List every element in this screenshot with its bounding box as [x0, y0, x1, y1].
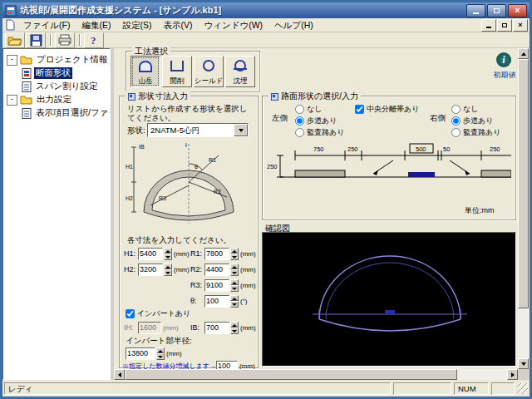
right-inspection-radio[interactable] [451, 128, 461, 137]
right-side-label: 右側 [430, 113, 446, 124]
tree-label[interactable]: 出力設定 [35, 94, 73, 106]
left-sidewalk-radio[interactable] [295, 116, 304, 126]
radio-label: 歩道あり [307, 116, 337, 126]
tree-label[interactable]: 表示項目選択/ファイル出力 [34, 107, 111, 119]
h1-spinner[interactable] [164, 248, 172, 260]
open-file-button[interactable] [5, 32, 25, 48]
ib-field: IB: (mm) [190, 321, 256, 334]
menu-file[interactable]: ファイル(F) [17, 18, 76, 32]
collapse-icon[interactable]: - [7, 55, 17, 66]
mdi-close-button[interactable]: × [513, 19, 528, 32]
help-button[interactable]: ? [84, 32, 104, 48]
svg-text:H2: H2 [126, 195, 133, 201]
print-button[interactable] [55, 32, 75, 48]
dim-unit: (mm) [240, 250, 256, 258]
vertical-scrollbar[interactable] [518, 48, 530, 369]
svg-text:H1: H1 [126, 164, 133, 170]
tree-label-selected[interactable]: 断面形状 [34, 67, 72, 79]
method-label: 開削 [170, 77, 185, 85]
tree-node-span-settings[interactable]: スパン割り設定 [22, 80, 99, 93]
collapse-icon[interactable]: - [7, 95, 17, 106]
right-sidewalk-row: 歩道あり [451, 116, 493, 126]
maximize-button[interactable] [487, 4, 506, 17]
menu-edit[interactable]: 編集(E) [76, 18, 116, 32]
h2-field: H2: (mm) [124, 263, 190, 276]
ib-spinner[interactable] [230, 322, 239, 334]
dim-unit: (mm) [240, 282, 256, 289]
resize-grip[interactable] [517, 383, 528, 394]
dims-instruction: 各寸法を入力してください。 [127, 235, 231, 244]
invert-radius-spinner[interactable] [156, 347, 165, 360]
scroll-down-icon[interactable] [518, 358, 529, 369]
r2-input[interactable] [204, 264, 229, 276]
method-mountain-button[interactable]: 山岳 [131, 56, 160, 87]
document-icon[interactable] [5, 19, 15, 31]
scroll-left-icon[interactable] [114, 369, 125, 380]
folder-icon [20, 55, 32, 65]
left-none-radio[interactable] [295, 105, 304, 114]
right-none-radio[interactable] [451, 105, 461, 114]
tree-node-display-items[interactable]: 表示項目選択/ファイル出力 [22, 106, 111, 120]
svg-text:R1: R1 [209, 157, 216, 163]
document-icon [22, 81, 32, 92]
toolbar-separator [79, 34, 81, 46]
menu-window[interactable]: ウィンドウ(W) [198, 18, 268, 32]
r1-input[interactable] [204, 248, 229, 260]
left-inspection-radio[interactable] [295, 128, 304, 137]
dim-label: IB: [190, 323, 204, 332]
vertical-scroll-thumb[interactable] [518, 59, 529, 308]
info-icon: i [502, 54, 505, 66]
tree-label[interactable]: プロジェクト情報 [35, 54, 109, 66]
invert-checkbox[interactable] [126, 309, 135, 318]
save-button[interactable] [26, 32, 46, 48]
invert-radius-input[interactable] [126, 347, 155, 360]
h1-input[interactable] [138, 248, 163, 260]
scrollbar-corner [518, 369, 530, 380]
menu-help[interactable]: ヘルプ(H) [268, 18, 319, 32]
left-inspection-row: 監査路あり [295, 127, 344, 137]
method-immersed-button[interactable]: 沈埋 [225, 56, 255, 87]
invert-checkbox-row: インバートあり [126, 308, 190, 318]
mdi-minimize-button[interactable] [481, 19, 496, 32]
scroll-right-icon[interactable] [507, 369, 518, 380]
initial-values-button[interactable]: i [496, 52, 511, 67]
dim-label: H2: [124, 265, 138, 273]
h2-input[interactable] [138, 264, 163, 276]
window-title: 坑視郎/展開図作成支援システム - [サンプル.kb1] [20, 4, 466, 17]
scroll-up-icon[interactable] [518, 48, 529, 59]
unit-label: 単位:mm [465, 205, 495, 216]
theta-input[interactable] [204, 295, 229, 308]
r3-input[interactable] [204, 279, 229, 292]
tree-node-output-settings[interactable]: - 出力設定 [7, 93, 73, 106]
svg-text:250: 250 [267, 163, 278, 170]
minimize-button[interactable] [466, 4, 485, 17]
svg-text:500: 500 [416, 145, 426, 153]
method-shield-button[interactable]: シールド [194, 56, 224, 87]
r3-spinner[interactable] [230, 279, 239, 292]
r2-spinner[interactable] [230, 264, 239, 276]
h2-spinner[interactable] [164, 264, 172, 276]
r1-spinner[interactable] [230, 248, 239, 260]
theta-spinner[interactable] [230, 295, 239, 308]
right-sidewalk-radio[interactable] [451, 116, 461, 126]
mdi-restore-button[interactable] [497, 19, 512, 32]
svg-text:R3: R3 [159, 195, 166, 201]
close-icon: × [515, 7, 520, 15]
toolbar: ? [2, 32, 530, 48]
menu-settings[interactable]: 設定(S) [116, 18, 157, 32]
num-lock-indicator: NUM [454, 382, 489, 395]
method-cut-cover-button[interactable]: 開削 [162, 56, 192, 87]
tree-node-cross-section[interactable]: 断面形状 [22, 66, 72, 80]
dim-unit: (mm) [240, 266, 256, 273]
menu-view[interactable]: 表示(V) [157, 18, 198, 32]
status-panel-empty [393, 382, 451, 395]
dropdown-arrow-icon[interactable] [234, 124, 248, 136]
shape-select-combo[interactable]: 2NATM-5心円 [147, 123, 249, 137]
median-checkbox[interactable] [355, 105, 364, 114]
ib-input[interactable] [204, 322, 229, 334]
tree-node-project-info[interactable]: - プロジェクト情報 [7, 53, 109, 66]
horizontal-scrollbar[interactable] [114, 369, 518, 380]
horizontal-scroll-thumb[interactable] [125, 369, 457, 380]
tree-label[interactable]: スパン割り設定 [34, 81, 99, 92]
close-button[interactable]: × [508, 4, 527, 17]
